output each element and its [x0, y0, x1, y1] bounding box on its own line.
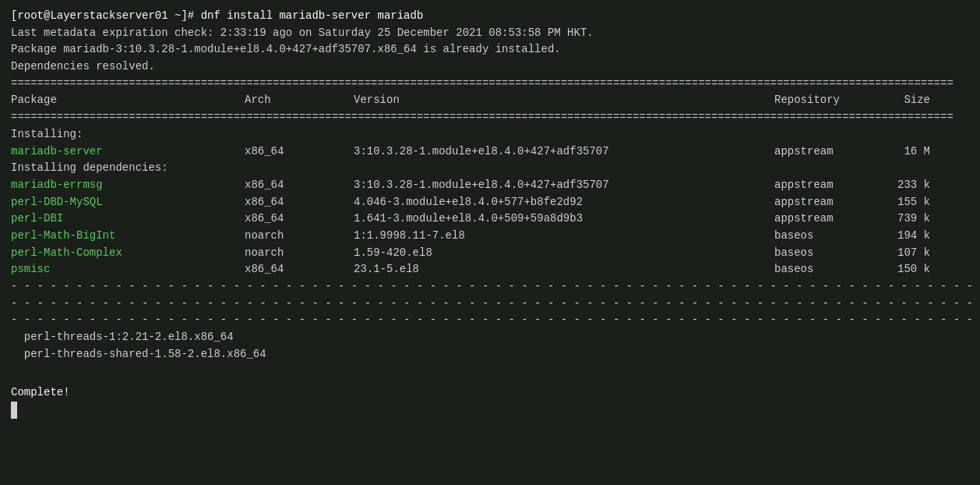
package-installed-line: Package mariadb-3:10.3.28-1.module+el8.4… [11, 41, 969, 58]
pkg-name-perl-math-complex: perl-Math-Complex [11, 245, 245, 262]
terminal: [root@Layerstackserver01 ~]# dnf install… [0, 0, 980, 485]
pkg-version-mariadb-server: 3:10.3.28-1.module+el8.4.0+427+adf35707 [354, 143, 774, 161]
separator-double-2-text: ========================================… [11, 109, 954, 126]
dependencies-resolved-line: Dependencies resolved. [11, 58, 969, 76]
table-row: mariadb-errmsg x86_64 3:10.3.28-1.module… [11, 177, 969, 194]
complete-text: Complete! [11, 384, 70, 402]
pkg-repo-psmisc: baseos [774, 261, 868, 278]
table-row: perl-Math-Complex noarch 1.59-420.el8 ba… [11, 245, 969, 262]
table-row: perl-Math-BigInt noarch 1:1.9998.11-7.el… [11, 228, 969, 245]
pkg-arch-perl-math-complex: noarch [245, 245, 354, 262]
table-row: psmisc x86_64 23.1-5.el8 baseos 150 k [11, 261, 969, 278]
pkg-size-perl-math-complex: 107 k [868, 245, 930, 262]
pkg-name-mariadb-errmsg: mariadb-errmsg [11, 177, 245, 194]
header-size: Size [868, 92, 930, 109]
table-row: mariadb-server x86_64 3:10.3.28-1.module… [11, 143, 969, 161]
pkg-arch-perl-dbi: x86_64 [245, 211, 354, 228]
separator-double-1-text: ========================================… [11, 76, 954, 93]
header-version: Version [354, 92, 774, 109]
pkg-name-psmisc: psmisc [11, 261, 245, 278]
extra-package-1: perl-threads-1:2.21-2.el8.x86_64 [11, 329, 969, 346]
cursor [11, 402, 17, 419]
extra-package-1-text: perl-threads-1:2.21-2.el8.x86_64 [11, 329, 234, 346]
installing-deps-label-text: Installing dependencies: [11, 160, 168, 177]
pkg-repo-perl-math-complex: baseos [774, 245, 868, 262]
header-repository: Repository [774, 92, 868, 109]
separator-double-1: ========================================… [11, 76, 969, 93]
pkg-repo-mariadb-server: appstream [774, 143, 868, 161]
pkg-version-perl-math-complex: 1.59-420.el8 [354, 245, 774, 262]
pkg-version-perl-dbd-mysql: 4.046-3.module+el8.4.0+577+b8fe2d92 [354, 194, 774, 211]
pkg-size-psmisc: 150 k [868, 261, 930, 278]
extra-package-2-text: perl-threads-shared-1.58-2.el8.x86_64 [11, 346, 266, 363]
blank-line [11, 367, 969, 384]
pkg-size-perl-math-bigint: 194 k [868, 228, 930, 245]
header-package: Package [11, 92, 245, 109]
pkg-arch-psmisc: x86_64 [245, 261, 354, 278]
cursor-line [11, 402, 969, 419]
prompt-text: [root@Layerstackserver01 ~]# dnf install… [11, 8, 423, 25]
pkg-arch-mariadb-errmsg: x86_64 [245, 177, 354, 194]
pkg-version-mariadb-errmsg: 3:10.3.28-1.module+el8.4.0+427+adf35707 [354, 177, 774, 194]
prompt-line: [root@Layerstackserver01 ~]# dnf install… [11, 8, 969, 25]
separator-double-2: ========================================… [11, 109, 969, 126]
dashed-line-3: - - - - - - - - - - - - - - - - - - - - … [11, 312, 969, 329]
metadata-line: Last metadata expiration check: 2:33:19 … [11, 25, 969, 42]
pkg-repo-perl-dbd-mysql: appstream [774, 194, 868, 211]
installing-label-text: Installing: [11, 126, 83, 143]
pkg-version-perl-math-bigint: 1:1.9998.11-7.el8 [354, 228, 774, 245]
pkg-name-mariadb-server: mariadb-server [11, 143, 245, 161]
dashed-line-3-text: - - - - - - - - - - - - - - - - - - - - … [11, 312, 980, 329]
installing-deps-label: Installing dependencies: [11, 160, 969, 177]
table-row: perl-DBI x86_64 1.641-3.module+el8.4.0+5… [11, 211, 969, 228]
table-row: perl-DBD-MySQL x86_64 4.046-3.module+el8… [11, 194, 969, 211]
pkg-arch-mariadb-server: x86_64 [245, 143, 354, 161]
pkg-name-perl-dbd-mysql: perl-DBD-MySQL [11, 194, 245, 211]
header-arch: Arch [245, 92, 354, 109]
pkg-size-mariadb-server: 16 M [868, 143, 930, 161]
pkg-arch-perl-math-bigint: noarch [245, 228, 354, 245]
dependencies-resolved-text: Dependencies resolved. [11, 58, 155, 76]
extra-package-2: perl-threads-shared-1.58-2.el8.x86_64 [11, 346, 969, 363]
pkg-version-perl-dbi: 1.641-3.module+el8.4.0+509+59a8d9b3 [354, 211, 774, 228]
complete-line: Complete! [11, 384, 969, 402]
installing-label: Installing: [11, 126, 969, 143]
metadata-text: Last metadata expiration check: 2:33:19 … [11, 25, 594, 42]
pkg-size-perl-dbd-mysql: 155 k [868, 194, 930, 211]
pkg-version-psmisc: 23.1-5.el8 [354, 261, 774, 278]
pkg-repo-perl-math-bigint: baseos [774, 228, 868, 245]
pkg-size-mariadb-errmsg: 233 k [868, 177, 930, 194]
pkg-repo-mariadb-errmsg: appstream [774, 177, 868, 194]
pkg-name-perl-math-bigint: perl-Math-BigInt [11, 228, 245, 245]
dashed-line-1: - - - - - - - - - - - - - - - - - - - - … [11, 278, 969, 296]
pkg-arch-perl-dbd-mysql: x86_64 [245, 194, 354, 211]
package-installed-text: Package mariadb-3:10.3.28-1.module+el8.4… [11, 41, 561, 58]
pkg-repo-perl-dbi: appstream [774, 211, 868, 228]
table-header: Package Arch Version Repository Size [11, 92, 969, 109]
pkg-name-perl-dbi: perl-DBI [11, 211, 245, 228]
dashed-line-1-text: - - - - - - - - - - - - - - - - - - - - … [11, 278, 980, 296]
pkg-size-perl-dbi: 739 k [868, 211, 930, 228]
dashed-line-2-text: - - - - - - - - - - - - - - - - - - - - … [11, 296, 980, 313]
dashed-line-2: - - - - - - - - - - - - - - - - - - - - … [11, 296, 969, 313]
